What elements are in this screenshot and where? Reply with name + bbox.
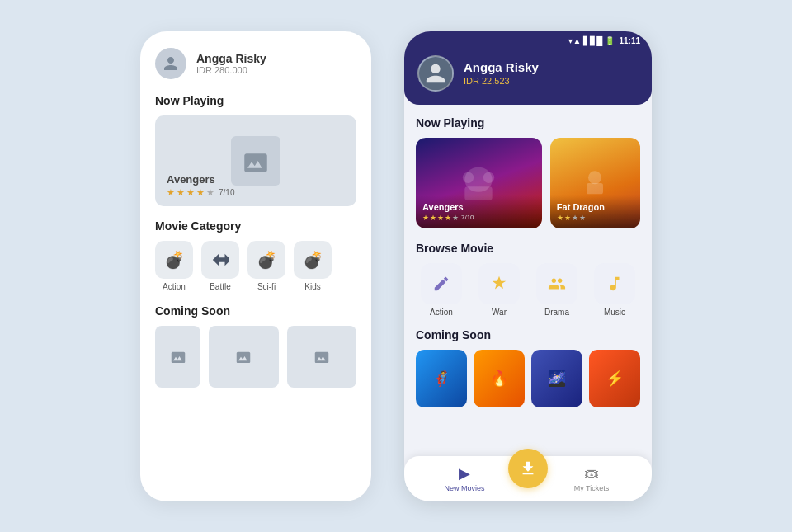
cp-cs-4[interactable]: ⚡ [589, 350, 640, 407]
wf-cat-kids[interactable]: 💣 Kids [294, 241, 332, 291]
cp-user-name: Angga Risky [464, 60, 539, 74]
avengers-stars: ★ ★ ★ ★ ★ 7/10 [422, 214, 535, 222]
download-fab[interactable] [508, 449, 548, 488]
battle-icon [201, 241, 239, 279]
browse-music-label: Music [604, 308, 625, 317]
nav-my-tickets[interactable]: 🎟 My Tickets [548, 465, 635, 492]
cp-browse-war[interactable]: War [474, 263, 525, 317]
wf-user-name: Angga Risky [196, 52, 266, 65]
scifi-icon: 💣 [248, 241, 285, 279]
ds4: ★ [579, 214, 586, 222]
cp-cs-2[interactable]: 🔥 [474, 350, 525, 407]
ds2: ★ [564, 214, 571, 222]
svg-point-1 [463, 172, 474, 182]
dragon-stars: ★ ★ ★ ★ [557, 214, 634, 222]
cp-cs-row: 🦸 🔥 🌌 ⚡ [416, 350, 640, 407]
as3: ★ [437, 214, 444, 222]
cp-bottom-bar: ▶ New Movies 🎟 My Tickets [404, 456, 652, 501]
cp-dragon-card[interactable]: Fat Dragon ★ ★ ★ ★ [550, 138, 640, 228]
wf-movie-stars: ★ ★ ★ ★ ★ 7/10 [167, 187, 234, 198]
wf-movie-image [231, 136, 280, 186]
cp-browse-items: Action War Drama [416, 263, 640, 317]
cp-body: Now Playing Avengers ★ ★ ★ [404, 116, 652, 407]
wireframe-phone: Angga Risky IDR 280.000 Now Playing Aven… [140, 31, 371, 501]
wf-cs-thumb-3[interactable] [287, 326, 357, 388]
cp-browse-drama[interactable]: Drama [531, 263, 582, 317]
as4: ★ [445, 214, 451, 222]
avengers-rating: 7/10 [461, 214, 474, 221]
cs-bg-1: 🦸 [416, 350, 467, 407]
wf-coming-soon-row [155, 326, 356, 388]
star-3: ★ [186, 187, 195, 198]
browse-music-icon [594, 263, 635, 304]
cs-bg-4: ⚡ [589, 350, 640, 407]
cp-now-playing: Avengers ★ ★ ★ ★ ★ 7/10 [416, 138, 640, 228]
action-icon: 💣 [155, 241, 193, 279]
wf-cs-thumb-1[interactable] [155, 326, 200, 388]
star-2: ★ [177, 187, 185, 198]
wf-now-playing-title: Now Playing [155, 94, 356, 107]
cp-now-playing-title: Now Playing [416, 116, 640, 129]
wf-movie-title: Avengers [167, 173, 234, 186]
wf-user-info: Angga Risky IDR 280.000 [196, 52, 266, 75]
dragon-title: Fat Dragon [557, 202, 634, 212]
status-time: 11:11 [619, 36, 640, 45]
wf-cat-action-label: Action [163, 282, 186, 291]
cp-header: Angga Risky IDR 22.523 [404, 49, 652, 105]
browse-drama-label: Drama [544, 308, 569, 317]
wf-cs-thumb-2[interactable] [209, 326, 279, 388]
avengers-overlay: Avengers ★ ★ ★ ★ ★ 7/10 [416, 195, 542, 228]
browse-action-icon [421, 263, 462, 304]
wf-coming-soon-title: Coming Soon [155, 304, 356, 318]
cp-coming-soon: Coming Soon 🦸 🔥 🌌 ⚡ [416, 328, 640, 407]
cp-browse-title: Browse Movie [416, 242, 640, 255]
svg-rect-5 [587, 183, 603, 194]
avengers-title: Avengers [422, 202, 535, 212]
cp-browse-music[interactable]: Music [589, 263, 640, 317]
cp-cs-3[interactable]: 🌌 [531, 350, 582, 407]
cp-browse: Browse Movie Action [416, 242, 640, 317]
wf-category-title: Movie Category [155, 219, 356, 233]
wf-cat-battle[interactable]: Battle [201, 241, 239, 291]
browse-war-label: War [492, 308, 507, 317]
new-movies-icon: ▶ [459, 464, 470, 483]
colored-phone: ▾▲ ▋▊█ 🔋 11:11 Angga Risky IDR 22.523 No… [404, 31, 652, 501]
wf-header: Angga Risky IDR 280.000 [155, 48, 356, 79]
cp-avatar [417, 55, 454, 92]
browse-drama-icon [536, 263, 578, 304]
cp-cs-1[interactable]: 🦸 [416, 350, 467, 407]
wf-categories: 💣 Action Battle 💣 Sci-fi 💣 Kids [155, 241, 356, 291]
as5: ★ [452, 214, 459, 222]
signal-icon: ▋▊█ [583, 36, 602, 45]
cs-bg-3: 🌌 [531, 350, 582, 407]
nav-my-tickets-label: My Tickets [574, 484, 610, 492]
ds3: ★ [572, 214, 578, 222]
as2: ★ [430, 214, 436, 222]
nav-new-movies[interactable]: ▶ New Movies [421, 464, 508, 492]
wf-cat-battle-label: Battle [210, 282, 231, 291]
wf-cat-action[interactable]: 💣 Action [155, 241, 193, 291]
cs-bg-2: 🔥 [474, 350, 525, 407]
nav-new-movies-label: New Movies [444, 484, 484, 492]
star-1: ★ [167, 187, 175, 198]
cp-avengers-card[interactable]: Avengers ★ ★ ★ ★ ★ 7/10 [416, 138, 542, 228]
svg-point-2 [483, 172, 494, 182]
status-icons: ▾▲ ▋▊█ 🔋 [568, 36, 615, 45]
browse-action-label: Action [430, 308, 453, 317]
avatar-image [419, 57, 452, 90]
wf-user-balance: IDR 280.000 [196, 65, 266, 75]
wf-avatar [155, 48, 186, 79]
cp-coming-soon-title: Coming Soon [416, 328, 640, 341]
wifi-icon: ▾▲ [568, 36, 581, 45]
wf-cat-scifi[interactable]: 💣 Sci-fi [248, 241, 285, 291]
wf-now-playing-card[interactable]: Avengers ★ ★ ★ ★ ★ 7/10 [155, 115, 356, 206]
wf-cat-kids-label: Kids [304, 282, 320, 291]
wf-cat-scifi-label: Sci-fi [257, 282, 276, 291]
wf-rating: 7/10 [219, 188, 234, 197]
battery-icon: 🔋 [605, 36, 615, 45]
ds1: ★ [557, 214, 563, 222]
star-4: ★ [196, 187, 205, 198]
cp-browse-action[interactable]: Action [416, 263, 467, 317]
star-5: ★ [206, 187, 214, 198]
browse-war-icon [478, 263, 520, 304]
